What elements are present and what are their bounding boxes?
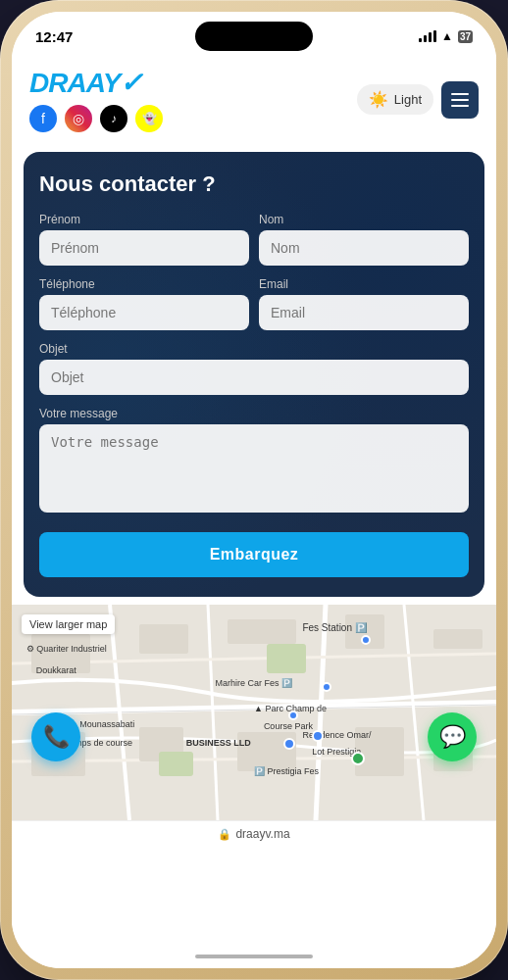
objet-label: Objet: [39, 342, 469, 356]
wifi-icon: ▲: [441, 29, 453, 43]
whatsapp-icon: 💬: [439, 724, 466, 750]
map-section[interactable]: Fes Station 🅿️ ⚙ Quariter Industriel Dou…: [12, 605, 496, 820]
telephone-label: Téléphone: [39, 277, 249, 291]
svg-rect-19: [267, 644, 306, 673]
prenom-group: Prénom: [39, 213, 249, 266]
objet-input[interactable]: [39, 360, 469, 395]
objet-row: Objet: [39, 342, 469, 395]
telephone-input[interactable]: [39, 295, 249, 330]
svg-rect-11: [228, 619, 296, 644]
theme-toggle-button[interactable]: ☀️ Light: [357, 84, 433, 115]
svg-rect-13: [433, 629, 483, 649]
nom-input[interactable]: [259, 230, 469, 266]
map-label-doukkarat: Doukkarat: [36, 665, 76, 675]
url-bar: 🔒 draayv.ma: [218, 827, 289, 841]
map-label-fes-station: Fes Station 🅿️: [302, 622, 366, 633]
tiktok-icon[interactable]: ♪: [100, 105, 127, 132]
menu-line-2: [451, 99, 469, 101]
fab-phone-button[interactable]: 📞: [31, 712, 80, 761]
telephone-group: Téléphone: [39, 277, 249, 330]
logo-area: DRAAY✓ f ◎ ♪ 👻: [29, 67, 163, 132]
social-icons: f ◎ ♪ 👻: [29, 105, 163, 132]
app-content: DRAAY✓ f ◎ ♪ 👻: [12, 55, 496, 949]
map-marker-cluster2: [312, 730, 324, 742]
logo-text: DRAAY: [29, 68, 120, 99]
logo: DRAAY✓: [29, 67, 163, 99]
nom-label: Nom: [259, 213, 469, 226]
facebook-icon[interactable]: f: [29, 105, 57, 132]
sun-icon: ☀️: [369, 90, 388, 109]
header-controls: ☀️ Light: [357, 81, 479, 119]
logo-checkmark: ✓: [120, 67, 141, 99]
email-group: Email: [259, 277, 469, 330]
contact-title: Nous contacter ?: [39, 172, 469, 197]
svg-rect-20: [159, 752, 193, 776]
lock-icon: 🔒: [218, 828, 231, 841]
map-marker-cluster1: [283, 738, 295, 750]
map-marker-fes: [361, 635, 371, 645]
map-label-marhire: Marhire Car Fes 🅿️: [215, 678, 292, 688]
submit-button[interactable]: Embarquez: [39, 532, 469, 577]
view-larger-map[interactable]: View larger map: [22, 614, 115, 634]
svg-rect-10: [139, 624, 188, 654]
bottom-bar: 🔒 draayv.ma: [12, 820, 496, 847]
status-icons: ▲ 37: [419, 29, 473, 43]
menu-line-1: [451, 93, 469, 95]
header: DRAAY✓ f ◎ ♪ 👻: [12, 55, 496, 144]
dynamic-island: [195, 22, 313, 51]
objet-group: Objet: [39, 342, 469, 395]
map-label-business: BUSINESS LLD: [186, 738, 251, 748]
contact-row: Téléphone Email: [39, 277, 469, 330]
menu-button[interactable]: [441, 81, 479, 119]
message-input[interactable]: [39, 424, 469, 513]
url-text: draayv.ma: [235, 827, 289, 841]
map-marker-green: [351, 752, 365, 765]
map-marker-parc: [288, 710, 298, 720]
nom-group: Nom: [259, 213, 469, 266]
phone-screen: 12:47 ▲ 37: [12, 12, 496, 968]
instagram-icon[interactable]: ◎: [65, 105, 92, 132]
status-time: 12:47: [35, 28, 73, 45]
theme-label: Light: [394, 92, 422, 107]
battery-icon: 37: [458, 30, 473, 43]
home-indicator: [12, 949, 496, 968]
menu-line-3: [451, 105, 469, 107]
email-input[interactable]: [259, 295, 469, 330]
map-label-quariter: ⚙ Quariter Industriel: [26, 644, 107, 654]
message-group: Votre message: [39, 407, 469, 513]
fab-whatsapp-button[interactable]: 💬: [428, 712, 477, 761]
home-bar: [195, 955, 313, 958]
prenom-input[interactable]: [39, 230, 249, 266]
phone-icon: 📞: [43, 724, 70, 750]
snapchat-icon[interactable]: 👻: [135, 105, 163, 132]
name-row: Prénom Nom: [39, 213, 469, 266]
contact-section: Nous contacter ? Prénom Nom Téléphone: [24, 152, 484, 597]
message-row: Votre message: [39, 407, 469, 513]
prenom-label: Prénom: [39, 213, 249, 226]
phone-frame: 12:47 ▲ 37: [0, 0, 508, 980]
signal-icon: [419, 30, 436, 42]
email-label: Email: [259, 277, 469, 291]
message-label: Votre message: [39, 407, 469, 420]
map-label-mounassabati: Mounassabati: [79, 719, 134, 729]
map-label-prestigia: 🅿️ Prestigia Fes: [254, 766, 319, 776]
